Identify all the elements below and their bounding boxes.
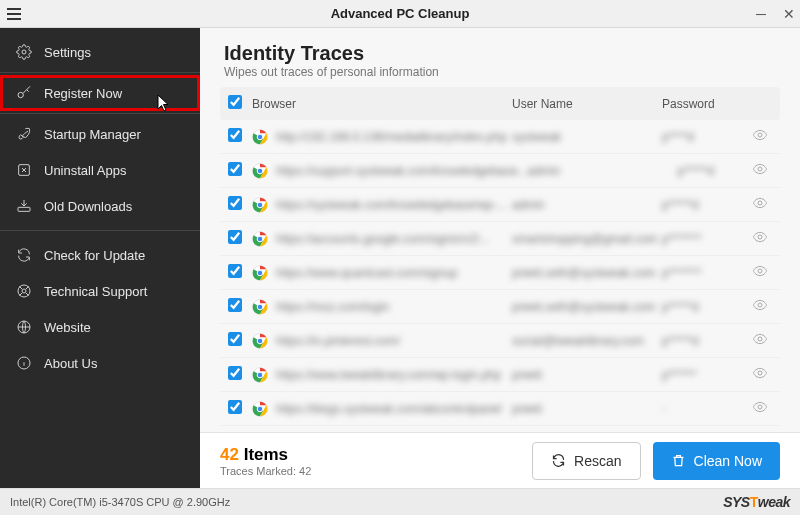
table-header: Browser User Name Password [220, 87, 780, 120]
row-pass: p******* [662, 266, 701, 280]
reveal-password-icon[interactable] [752, 297, 768, 316]
row-pass: p****** [662, 368, 697, 382]
download-icon [16, 198, 32, 214]
select-all-checkbox[interactable] [228, 95, 242, 109]
svg-point-11 [257, 134, 263, 140]
sidebar-item-about[interactable]: About Us [0, 345, 200, 381]
reveal-password-icon[interactable] [752, 365, 768, 384]
sidebar-item-startup[interactable]: Startup Manager [0, 116, 200, 152]
svg-point-27 [758, 235, 762, 239]
table-row: https://accounts.google.com/signin/v2/..… [220, 222, 780, 256]
reveal-password-icon[interactable] [752, 331, 768, 350]
svg-point-1 [18, 92, 23, 97]
svg-rect-3 [18, 207, 30, 211]
refresh-icon [16, 247, 32, 263]
rescan-button[interactable]: Rescan [532, 442, 640, 480]
sidebar-label: Website [44, 320, 91, 335]
svg-point-46 [257, 372, 263, 378]
support-icon [16, 283, 32, 299]
sidebar-label: About Us [44, 356, 97, 371]
svg-point-17 [758, 167, 762, 171]
main-panel: Identity Traces Wipes out traces of pers… [200, 28, 800, 488]
row-user: admin [527, 164, 560, 178]
row-checkbox[interactable] [228, 366, 242, 380]
reveal-password-icon[interactable] [752, 161, 768, 180]
page-subtitle: Wipes out traces of personal information [224, 65, 776, 79]
row-pass: p*****d [662, 300, 699, 314]
row-url: https://systweak.com/knowledgebase/wp-..… [276, 198, 507, 212]
svg-point-47 [758, 371, 762, 375]
row-checkbox[interactable] [228, 264, 242, 278]
table-row: https://www.quantcast.com/signup preeti.… [220, 256, 780, 290]
clean-now-button[interactable]: Clean Now [653, 442, 780, 480]
row-user: preeti [512, 402, 542, 416]
row-checkbox[interactable] [228, 230, 242, 244]
sidebar-item-settings[interactable]: Settings [0, 34, 200, 70]
row-url: https://in.pinterest.com/ [276, 334, 400, 348]
sidebar-item-register[interactable]: Register Now [0, 75, 200, 111]
minimize-button[interactable]: ─ [754, 7, 768, 21]
titlebar: Advanced PC Cleanup ─ ✕ [0, 0, 800, 28]
sidebar-label: Old Downloads [44, 199, 132, 214]
row-url: https://support.systweak.com/knowledgeba… [276, 164, 527, 178]
sidebar-item-website[interactable]: Website [0, 309, 200, 345]
sidebar-label: Uninstall Apps [44, 163, 126, 178]
info-icon [16, 355, 32, 371]
sidebar-item-uninstall[interactable]: Uninstall Apps [0, 152, 200, 188]
col-password: Password [662, 97, 772, 111]
svg-point-31 [257, 270, 263, 276]
table-row: https://support.systweak.com/knowledgeba… [220, 154, 780, 188]
svg-point-26 [257, 236, 263, 242]
row-checkbox[interactable] [228, 332, 242, 346]
key-icon [16, 85, 32, 101]
svg-point-32 [758, 269, 762, 273]
svg-point-21 [257, 202, 263, 208]
table-row: https://systweak.com/knowledgebase/wp-..… [220, 188, 780, 222]
table-row: https://blogs.systweak.com/abcontrolpane… [220, 392, 780, 426]
chrome-icon [252, 265, 268, 281]
row-checkbox[interactable] [228, 400, 242, 414]
sidebar-item-update[interactable]: Check for Update [0, 237, 200, 273]
row-url: https://accounts.google.com/signin/v2/..… [276, 232, 489, 246]
chrome-icon [252, 231, 268, 247]
reveal-password-icon[interactable] [752, 229, 768, 248]
chrome-icon [252, 129, 268, 145]
row-user: preeti [512, 368, 542, 382]
row-pass: p*****d [677, 164, 714, 178]
rescan-label: Rescan [574, 453, 621, 469]
brand-logo: SYSTweak [723, 494, 790, 510]
row-checkbox[interactable] [228, 162, 242, 176]
sidebar-label: Settings [44, 45, 91, 60]
row-checkbox[interactable] [228, 298, 242, 312]
row-checkbox[interactable] [228, 128, 242, 142]
reveal-password-icon[interactable] [752, 263, 768, 282]
table-row: https://in.pinterest.com/ social@tweakli… [220, 324, 780, 358]
row-pass: p******* [662, 232, 701, 246]
row-url: https://www.quantcast.com/signup [276, 266, 457, 280]
svg-point-52 [758, 405, 762, 409]
chrome-icon [252, 367, 268, 383]
svg-point-16 [257, 168, 263, 174]
sidebar-item-support[interactable]: Technical Support [0, 273, 200, 309]
chrome-icon [252, 197, 268, 213]
cursor-icon [157, 94, 171, 112]
svg-point-51 [257, 406, 263, 412]
reveal-password-icon[interactable] [752, 399, 768, 418]
sidebar-label: Technical Support [44, 284, 147, 299]
rocket-icon [16, 126, 32, 142]
reveal-password-icon[interactable] [752, 195, 768, 214]
row-checkbox[interactable] [228, 196, 242, 210]
menu-icon[interactable] [0, 0, 28, 28]
sidebar: Settings Register Now Startup Manager Un… [0, 28, 200, 488]
svg-point-0 [22, 50, 26, 54]
row-user: admin [512, 198, 545, 212]
refresh-icon [551, 453, 566, 468]
close-button[interactable]: ✕ [782, 7, 796, 21]
chrome-icon [252, 163, 268, 179]
sidebar-item-downloads[interactable]: Old Downloads [0, 188, 200, 224]
row-url: https://blogs.systweak.com/abcontrolpane… [276, 402, 501, 416]
row-url: http://192.168.0.138/medialibrary/index.… [276, 130, 507, 144]
window-title: Advanced PC Cleanup [0, 6, 800, 21]
reveal-password-icon[interactable] [752, 127, 768, 146]
clean-label: Clean Now [694, 453, 762, 469]
